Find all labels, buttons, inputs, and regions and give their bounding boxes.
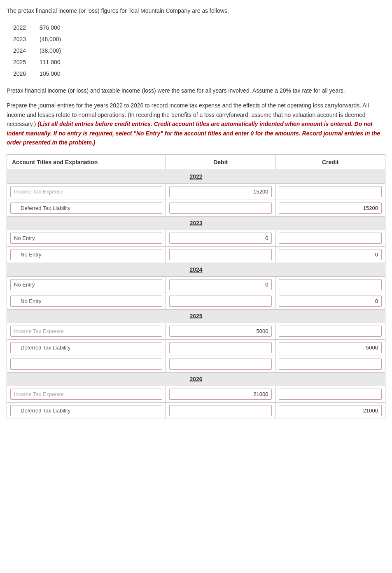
table-row	[7, 386, 385, 403]
credit-amount-input[interactable]	[279, 405, 382, 416]
debit-amount-input[interactable]	[169, 389, 272, 400]
amount-value: $76,000	[40, 24, 72, 31]
debit-amount-input[interactable]	[169, 296, 272, 307]
year-section-header: 2025	[7, 310, 385, 323]
year-section-header: 2026	[7, 373, 385, 386]
year-header-label: 2022	[189, 173, 202, 180]
table-row	[7, 277, 385, 293]
amount-value: 105,000	[40, 70, 72, 77]
debit-amount-input[interactable]	[169, 359, 272, 370]
debit-amount-input[interactable]	[169, 203, 272, 214]
year-header-label: 2026	[189, 376, 202, 382]
credit-amount-input[interactable]	[279, 203, 382, 214]
year-header-label: 2023	[189, 220, 202, 226]
intro-paragraph: The pretax financial income (or loss) fi…	[7, 7, 385, 15]
year-section-header: 2023	[7, 217, 385, 230]
header-account: Account Titles and Explanation	[7, 155, 166, 170]
table-row	[7, 200, 385, 217]
year-list-item: 2023(48,000)	[7, 33, 385, 45]
debit-amount-input[interactable]	[169, 326, 272, 337]
table-row	[7, 340, 385, 356]
debit-amount-input[interactable]	[169, 342, 272, 353]
account-title-input[interactable]	[10, 342, 162, 353]
year-section-header: 2022	[7, 170, 385, 184]
credit-amount-input[interactable]	[279, 359, 382, 370]
table-row	[7, 403, 385, 419]
table-row	[7, 293, 385, 310]
instructions-emphasis: (List all debit entries before credit en…	[7, 121, 380, 146]
credit-amount-input[interactable]	[279, 186, 382, 197]
year-header-label: 2025	[189, 313, 202, 319]
table-row	[7, 230, 385, 247]
account-title-input[interactable]	[10, 405, 162, 416]
year-label: 2023	[13, 36, 30, 42]
debit-amount-input[interactable]	[169, 233, 272, 244]
table-row	[7, 184, 385, 200]
credit-amount-input[interactable]	[279, 326, 382, 337]
account-title-input[interactable]	[10, 249, 162, 260]
debit-amount-input[interactable]	[169, 249, 272, 260]
year-label: 2026	[13, 70, 30, 77]
debit-amount-input[interactable]	[169, 186, 272, 197]
journal-table: Account Titles and Explanation Debit Cre…	[7, 154, 385, 419]
debit-amount-input[interactable]	[169, 279, 272, 290]
debit-amount-input[interactable]	[169, 405, 272, 416]
account-title-input[interactable]	[10, 203, 162, 214]
year-label: 2024	[13, 47, 30, 54]
table-row	[7, 356, 385, 373]
account-title-input[interactable]	[10, 389, 162, 400]
header-debit: Debit	[166, 155, 275, 170]
year-list-item: 2024(38,000)	[7, 45, 385, 56]
credit-amount-input[interactable]	[279, 249, 382, 260]
year-amounts-list: 2022$76,0002023(48,000)2024(38,000)20251…	[7, 22, 385, 79]
account-title-input[interactable]	[10, 279, 162, 290]
amount-value: 111,000	[40, 59, 72, 65]
account-title-input[interactable]	[10, 233, 162, 244]
credit-amount-input[interactable]	[279, 233, 382, 244]
instructions-paragraph: Prepare the journal entries for the year…	[7, 101, 385, 147]
year-label: 2025	[13, 59, 30, 65]
amount-value: (38,000)	[40, 47, 72, 54]
year-header-label: 2024	[189, 266, 202, 273]
table-row	[7, 247, 385, 263]
year-label: 2022	[13, 24, 30, 31]
account-title-input[interactable]	[10, 186, 162, 197]
year-section-header: 2024	[7, 263, 385, 277]
year-list-item: 2022$76,000	[7, 22, 385, 33]
credit-amount-input[interactable]	[279, 342, 382, 353]
header-credit: Credit	[275, 155, 385, 170]
year-list-item: 2026105,000	[7, 68, 385, 79]
credit-amount-input[interactable]	[279, 279, 382, 290]
credit-amount-input[interactable]	[279, 296, 382, 307]
table-row	[7, 323, 385, 340]
amount-value: (48,000)	[40, 36, 72, 42]
middle-paragraph: Pretax financial income (or loss) and ta…	[7, 86, 385, 95]
account-title-input[interactable]	[10, 296, 162, 307]
account-title-input[interactable]	[10, 359, 162, 370]
account-title-input[interactable]	[10, 326, 162, 337]
credit-amount-input[interactable]	[279, 389, 382, 400]
year-list-item: 2025111,000	[7, 56, 385, 68]
